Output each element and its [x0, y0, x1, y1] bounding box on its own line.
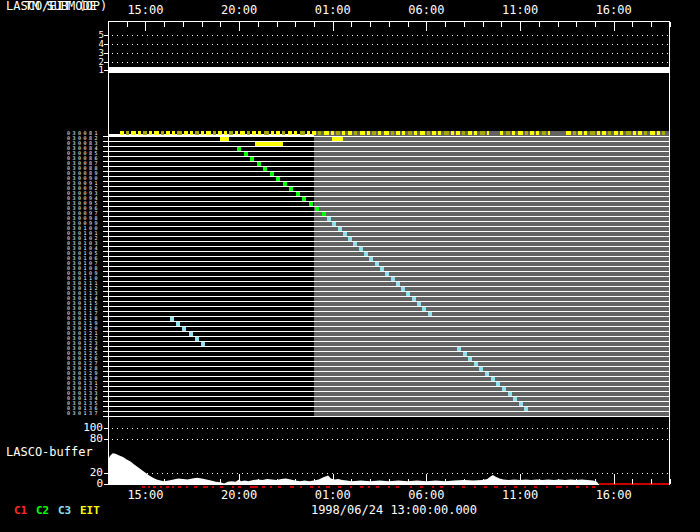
bottom-hour-tick	[501, 479, 502, 484]
top-hour-tick	[464, 22, 465, 27]
eit-exposure-mark	[271, 131, 274, 135]
c3-image-marker	[422, 307, 426, 311]
top-hour-tick	[558, 22, 559, 27]
c3-image-marker	[176, 322, 180, 326]
eit-exposure-mark	[438, 131, 441, 135]
eit-exposure-mark	[396, 131, 400, 135]
c3-image-marker	[479, 367, 483, 371]
row-line	[108, 231, 670, 232]
bottom-hour-tick	[258, 479, 259, 484]
c2-image-marker	[257, 162, 261, 166]
row-line	[108, 161, 670, 162]
row-line	[108, 356, 670, 357]
eit-exposure-mark	[154, 131, 159, 135]
tm-ytick-label-1: 1	[94, 66, 104, 75]
top-hour-tick	[351, 22, 352, 27]
eit-exposure-mark	[288, 131, 292, 135]
tm-gap-mark	[212, 486, 214, 488]
top-time-label-01:00: 01:00	[308, 4, 358, 17]
eit-exposure-mark	[573, 131, 576, 135]
row-line	[108, 221, 670, 222]
plot-left-border	[108, 21, 109, 484]
c3-image-marker	[391, 277, 395, 281]
top-hour-tick	[164, 22, 165, 27]
bottom-hour-tick	[558, 479, 559, 484]
tm-gap-mark	[278, 486, 281, 488]
tm-gap-mark	[290, 486, 294, 488]
eit-exposure-mark	[331, 131, 334, 135]
c3-image-marker	[364, 252, 368, 256]
eit-exposure-mark	[578, 131, 582, 135]
bottom-hour-tick	[164, 479, 165, 484]
plot-right-border	[669, 21, 670, 485]
eit-exposure-mark	[312, 131, 316, 135]
tm-gap-mark	[586, 486, 588, 488]
eit-exposure-mark	[506, 131, 510, 135]
legend-item-EIT: EIT	[80, 505, 100, 517]
c2-image-marker	[263, 167, 267, 171]
eit-exposure-mark	[620, 131, 623, 135]
eit-exposure-mark	[126, 131, 129, 135]
bottom-hour-tick	[183, 479, 184, 484]
top-hour-tick	[501, 22, 502, 27]
eit-exposure-mark	[166, 131, 170, 135]
eit-exposure-mark	[548, 131, 550, 135]
tm-gridline-5	[112, 35, 668, 36]
tm-gap-mark	[270, 486, 272, 488]
top-hour-tick	[239, 22, 240, 31]
eit-exposure-mark	[120, 131, 124, 135]
bottom-hour-tick	[520, 474, 521, 484]
row-line	[108, 306, 670, 307]
c3-image-marker	[428, 312, 432, 316]
c3-image-marker	[468, 357, 472, 361]
eit-exposure-mark	[218, 131, 222, 135]
row-label: 030137	[42, 411, 100, 416]
c3-image-marker	[474, 362, 478, 366]
tm-gap-mark	[376, 486, 379, 488]
eit-exposure-mark	[602, 131, 606, 135]
c3-image-marker	[338, 227, 342, 231]
row-line	[108, 366, 670, 367]
c3-image-marker	[417, 302, 421, 306]
eit-exposure-mark	[307, 131, 310, 135]
eit-exposure-mark	[432, 131, 436, 135]
bottom-hour-tick	[576, 479, 577, 484]
top-hour-tick	[408, 22, 409, 27]
eit-exposure-mark	[480, 131, 485, 135]
c3-image-marker	[519, 402, 523, 406]
c2-image-marker	[289, 187, 293, 191]
row-line	[108, 281, 670, 282]
eit-exposure-mark	[252, 131, 256, 135]
tm-gap-mark	[172, 486, 174, 488]
eit-exposure-mark	[590, 131, 595, 135]
eit-exposure-mark	[264, 131, 269, 135]
eit-exposure-mark	[402, 131, 405, 135]
eit-exposure-mark	[206, 131, 211, 135]
c3-image-marker	[170, 317, 174, 321]
bottom-hour-tick	[670, 479, 671, 484]
eit-exposure-mark	[487, 131, 489, 135]
top-hour-tick	[614, 22, 615, 31]
top-hour-tick	[295, 22, 296, 27]
bottom-hour-tick	[614, 474, 615, 484]
c3-image-marker	[327, 217, 331, 221]
row-line	[108, 181, 670, 182]
eit-exposure-mark	[318, 131, 321, 135]
row-line	[108, 371, 670, 372]
bottom-hour-tick	[333, 474, 334, 484]
eit-exposure-mark	[518, 131, 523, 135]
eit-exposure-mark	[474, 131, 477, 135]
tm-gridline-2	[112, 62, 668, 63]
top-hour-tick	[389, 22, 390, 27]
tm-gap-mark	[360, 486, 363, 488]
row-line	[108, 206, 670, 207]
row-line	[108, 146, 670, 147]
c3-image-marker	[380, 267, 384, 271]
row-line	[108, 201, 670, 202]
plot-window: TM SUBMODE LASCO/EIT (OP) LASCO-buffer 1…	[0, 0, 700, 532]
tm-gap-mark	[310, 486, 313, 488]
row-line	[108, 406, 670, 407]
top-time-label-06:00: 06:00	[401, 4, 451, 17]
buffer-gridline-100	[112, 428, 668, 429]
top-hour-tick	[576, 22, 577, 27]
